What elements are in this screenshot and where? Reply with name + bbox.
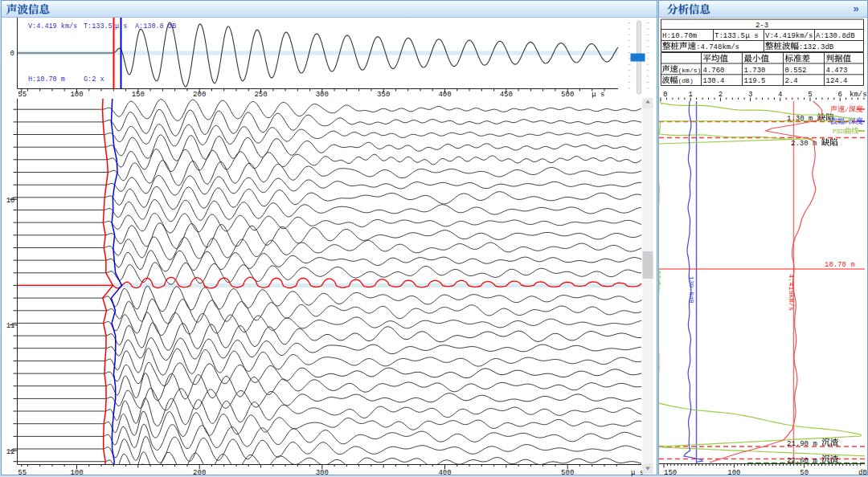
- svg-text:100: 100: [70, 469, 83, 477]
- svg-text:21.90 m: 21.90 m: [787, 440, 817, 448]
- svg-text:55: 55: [18, 91, 27, 99]
- svg-text:119.5: 119.5: [744, 77, 766, 85]
- svg-text:»: »: [853, 2, 858, 14]
- svg-text:T:133.5: T:133.5: [714, 32, 745, 40]
- svg-text:4.473: 4.473: [826, 67, 848, 75]
- svg-text:10.70 m: 10.70 m: [825, 261, 855, 269]
- svg-text:100: 100: [727, 469, 740, 477]
- svg-text:0.552: 0.552: [785, 67, 807, 75]
- svg-text:300: 300: [316, 469, 329, 477]
- svg-text:G:2 x: G:2 x: [84, 75, 104, 84]
- svg-text:150: 150: [664, 469, 677, 477]
- svg-text:dB: dB: [858, 469, 867, 477]
- svg-text::132.3dB: :132.3dB: [799, 43, 834, 51]
- svg-text:/: /: [845, 106, 849, 113]
- svg-text:200: 200: [193, 91, 206, 99]
- svg-text:500: 500: [561, 91, 574, 99]
- svg-text:300: 300: [316, 91, 329, 99]
- svg-text:(dB): (dB): [678, 77, 694, 84]
- svg-text:T:133.5: T:133.5: [84, 22, 113, 31]
- svg-text:11: 11: [6, 322, 15, 330]
- svg-text:2-3: 2-3: [755, 22, 768, 30]
- svg-text:250: 250: [254, 91, 267, 99]
- svg-text:10: 10: [6, 197, 15, 205]
- svg-text:87.5: 87.5: [655, 271, 662, 286]
- svg-text:PSD: PSD: [833, 128, 845, 135]
- svg-text:H:10.70 m: H:10.70 m: [28, 75, 65, 84]
- svg-text:2.4: 2.4: [785, 77, 798, 85]
- svg-text:V:4.419 km/s: V:4.419 km/s: [28, 22, 77, 31]
- svg-text:/: /: [845, 118, 849, 125]
- svg-text:350: 350: [377, 91, 390, 99]
- svg-text:μ s: μ s: [592, 91, 604, 99]
- svg-text:μ s: μ s: [746, 32, 759, 40]
- svg-text:130.4: 130.4: [703, 77, 725, 85]
- svg-text:1.730: 1.730: [744, 67, 766, 75]
- svg-text:A:130.8 dB: A:130.8 dB: [135, 22, 176, 31]
- svg-text:400: 400: [438, 469, 451, 477]
- svg-text:V:4.419km/s: V:4.419km/s: [765, 32, 813, 40]
- svg-text:124.4: 124.4: [826, 77, 848, 85]
- svg-text:4.419km/s: 4.419km/s: [787, 274, 795, 311]
- svg-text::4.748km/s: :4.748km/s: [696, 43, 739, 51]
- svg-text:200: 200: [193, 469, 206, 477]
- svg-text:12: 12: [6, 448, 15, 456]
- svg-text:A:130.8dB: A:130.8dB: [816, 32, 855, 40]
- svg-text:400: 400: [438, 91, 451, 99]
- svg-text:50: 50: [800, 469, 809, 477]
- svg-text:H:10.70m: H:10.70m: [662, 32, 697, 40]
- svg-text:4.760: 4.760: [703, 67, 725, 75]
- svg-text:130.8dB: 130.8dB: [688, 276, 695, 304]
- svg-text:150: 150: [132, 91, 145, 99]
- svg-text:450: 450: [500, 91, 513, 99]
- svg-text:500: 500: [561, 469, 574, 477]
- svg-text:55: 55: [18, 469, 27, 477]
- svg-text:μ s: μ s: [631, 469, 644, 477]
- svg-text:100: 100: [70, 91, 83, 99]
- svg-text:(km/s): (km/s): [678, 67, 702, 74]
- svg-text:μ s: μ s: [115, 22, 127, 31]
- svg-text:0: 0: [10, 50, 14, 58]
